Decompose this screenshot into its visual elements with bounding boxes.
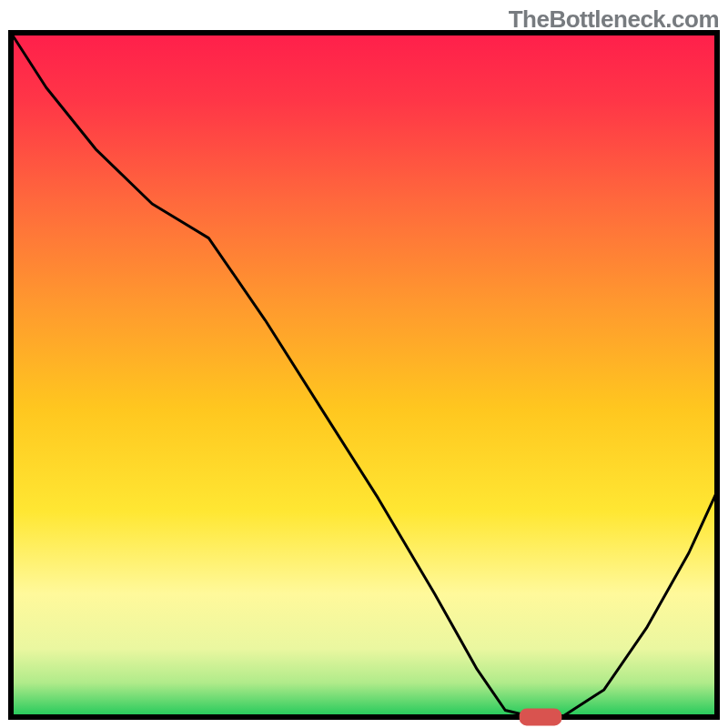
chart-frame: TheBottleneck.com — [0, 0, 728, 728]
watermark-text: TheBottleneck.com — [509, 5, 719, 34]
plot-background — [11, 33, 717, 717]
bottleneck-chart — [0, 0, 728, 728]
optimal-marker — [520, 709, 562, 726]
